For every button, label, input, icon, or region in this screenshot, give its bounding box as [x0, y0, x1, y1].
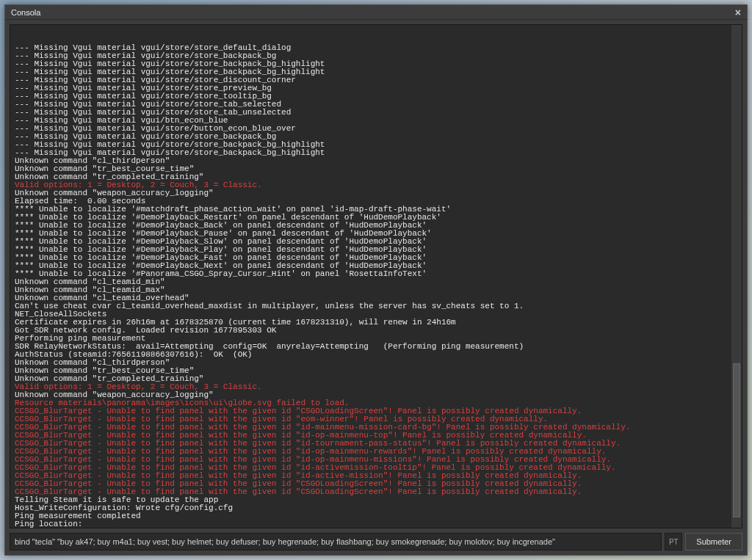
- close-icon[interactable]: ×: [732, 7, 744, 18]
- window-title: Consola: [8, 8, 40, 17]
- log-line: Ping measurement completed: [15, 512, 737, 520]
- console-output[interactable]: --- Missing Vgui material vgui/store/sto…: [10, 24, 742, 528]
- log-line: Can't use cheat cvar cl_teamid_overhead_…: [15, 302, 737, 310]
- language-indicator[interactable]: PT: [665, 533, 682, 550]
- scrollbar[interactable]: [731, 25, 742, 528]
- console-input[interactable]: [10, 533, 662, 550]
- submit-button[interactable]: Submeter: [685, 533, 742, 550]
- scrollbar-thumb[interactable]: [733, 363, 740, 517]
- input-row: PT Submeter: [10, 533, 742, 550]
- desktop-background: Consola × --- Missing Vgui material vgui…: [0, 0, 752, 560]
- titlebar[interactable]: Consola ×: [5, 5, 747, 20]
- console-window: Consola × --- Missing Vgui material vgui…: [4, 4, 748, 556]
- console-body: --- Missing Vgui material vgui/store/sto…: [5, 20, 747, 555]
